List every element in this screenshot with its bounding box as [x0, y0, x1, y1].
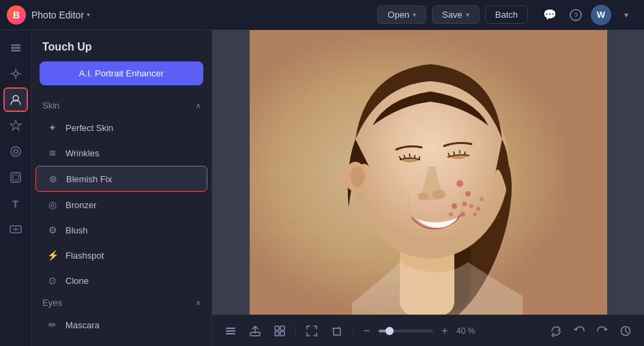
layers-btn[interactable] [220, 321, 241, 341]
svg-rect-49 [250, 332, 260, 336]
skin-section-header[interactable]: Skin ∧ [31, 96, 211, 115]
svg-point-41 [473, 212, 476, 216]
skin-chevron: ∧ [196, 102, 201, 109]
clone-label: Clone [65, 276, 89, 286]
svg-rect-52 [275, 332, 279, 336]
zoom-out-btn[interactable]: − [358, 322, 376, 340]
perfect-skin-label: Perfect Skin [65, 123, 113, 133]
svg-point-36 [462, 201, 467, 206]
svg-rect-50 [275, 326, 279, 330]
svg-rect-46 [226, 328, 235, 329]
flashspot-label: Flashspot [65, 250, 104, 261]
canvas-view[interactable] [212, 30, 644, 315]
tool-item-eye-color[interactable]: ◉ Eye Color [35, 338, 207, 346]
app-logo: B [7, 5, 26, 25]
sidebar-btn-portrait[interactable] [3, 87, 28, 112]
tool-item-mascara[interactable]: ✏ Mascara [35, 313, 207, 337]
svg-point-45 [351, 167, 364, 187]
svg-line-29 [454, 152, 454, 155]
help-icon-btn[interactable]: ? [565, 4, 587, 26]
svg-point-37 [452, 203, 457, 209]
svg-point-38 [469, 204, 473, 208]
fullscreen-btn[interactable] [302, 321, 322, 341]
svg-rect-48 [226, 333, 235, 334]
eyes-chevron: ∧ [196, 299, 201, 306]
tool-item-bronzer[interactable]: ◎ Bronzer [35, 192, 207, 217]
blush-label: Blush [65, 225, 88, 235]
sidebar-btn-layers[interactable] [3, 35, 28, 60]
sidebar-btn-frame[interactable] [3, 165, 28, 190]
bronzer-label: Bronzer [65, 200, 97, 210]
svg-rect-54 [334, 328, 340, 335]
svg-point-32 [418, 192, 428, 201]
bottom-right-controls [546, 321, 636, 341]
svg-point-43 [476, 207, 480, 211]
topbar: B Photo Editor ▾ Open ▾ Save ▾ Batch 💬 ?… [0, 0, 644, 30]
tool-item-blemish-fix[interactable]: ⊛ Blemish Fix [35, 166, 207, 192]
svg-rect-53 [280, 332, 284, 336]
undo-btn[interactable] [569, 321, 589, 341]
svg-point-42 [480, 197, 484, 201]
app-title-chevron: ▾ [87, 11, 90, 18]
svg-rect-47 [226, 330, 235, 332]
tools-panel: Touch Up A.I. Portrait Enhancer Skin ∧ ✦… [31, 30, 212, 346]
tool-item-blush[interactable]: ⚙ Blush [35, 218, 207, 242]
tool-item-perfect-skin[interactable]: ✦ Perfect Skin [35, 115, 207, 140]
zoom-percentage: 40 % [456, 326, 481, 336]
panel-title: Touch Up [31, 30, 211, 61]
sidebar-btn-retouch[interactable] [3, 139, 28, 164]
sidebar-btn-watermark[interactable] [3, 217, 28, 242]
svg-text:?: ? [574, 11, 578, 19]
app-title[interactable]: Photo Editor ▾ [31, 10, 90, 20]
svg-point-39 [460, 212, 465, 216]
svg-point-12 [14, 149, 18, 154]
sidebar-btn-adjust[interactable] [3, 61, 28, 86]
history-btn[interactable] [615, 321, 636, 341]
svg-rect-3 [11, 47, 20, 49]
svg-rect-2 [11, 44, 20, 46]
blush-icon: ⚙ [46, 224, 59, 236]
expand-chevron[interactable]: ▾ [615, 4, 637, 26]
svg-line-27 [419, 156, 420, 160]
export-btn[interactable] [245, 321, 265, 341]
svg-point-5 [14, 72, 18, 76]
redo-btn[interactable] [592, 321, 613, 341]
svg-rect-4 [11, 50, 20, 52]
flashspot-icon: ⚡ [46, 249, 59, 261]
eyes-section-header[interactable]: Eyes ∧ [31, 293, 211, 312]
svg-line-25 [409, 154, 410, 157]
tool-item-clone[interactable]: ⊙ Clone [35, 268, 207, 293]
zoom-slider[interactable] [379, 330, 433, 332]
skin-tools-list: ✦ Perfect Skin ≋ Wrinkles ⊛ Blemish Fix … [31, 115, 211, 293]
wrinkles-label: Wrinkles [65, 148, 100, 158]
perfect-skin-icon: ✦ [46, 121, 59, 134]
icon-sidebar: T [0, 30, 31, 346]
tool-item-flashspot[interactable]: ⚡ Flashspot [35, 243, 207, 268]
svg-line-31 [465, 152, 465, 155]
bottom-bar: − + 40 % [212, 315, 644, 346]
message-icon-btn[interactable]: 💬 [539, 4, 561, 26]
grid-btn[interactable] [269, 321, 290, 341]
open-button[interactable]: Open ▾ [377, 5, 426, 24]
main-area: T Touch Up A.I. Portrait Enhancer Skin ∧… [0, 30, 644, 346]
batch-button[interactable]: Batch [485, 5, 528, 24]
svg-rect-51 [280, 326, 284, 330]
svg-point-11 [11, 147, 20, 156]
sidebar-btn-text[interactable]: T [3, 191, 28, 216]
user-avatar[interactable]: W [591, 5, 611, 25]
bronzer-icon: ◎ [46, 199, 59, 211]
mascara-label: Mascara [65, 320, 100, 330]
crop-btn[interactable] [326, 321, 347, 341]
sidebar-btn-effects[interactable] [3, 113, 28, 138]
rotate-btn[interactable] [546, 321, 566, 341]
ai-portrait-btn[interactable]: A.I. Portrait Enhancer [40, 61, 203, 85]
tool-item-wrinkles[interactable]: ≋ Wrinkles [35, 141, 207, 165]
svg-rect-14 [13, 175, 18, 180]
mascara-icon: ✏ [46, 319, 59, 331]
blemish-fix-icon: ⊛ [47, 173, 59, 185]
zoom-controls: − + 40 % [358, 322, 481, 340]
zoom-in-btn[interactable]: + [436, 322, 454, 340]
svg-point-40 [449, 212, 453, 216]
clone-icon: ⊙ [46, 274, 59, 287]
save-button[interactable]: Save ▾ [432, 5, 480, 24]
